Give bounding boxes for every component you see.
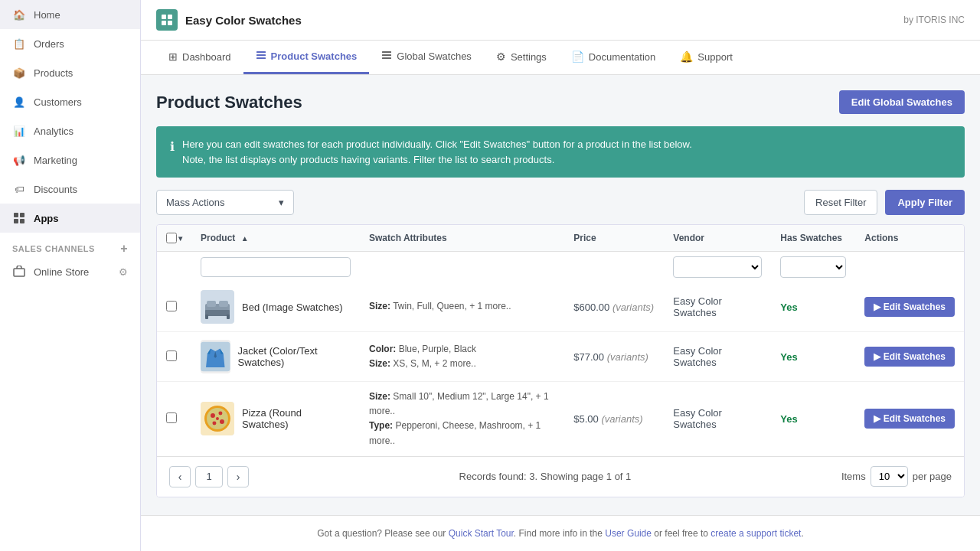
svg-rect-13 (382, 54, 391, 56)
tab-documentation[interactable]: 📄 Documentation (559, 41, 668, 74)
per-page-select[interactable]: 10 25 50 (871, 466, 908, 487)
checkbox-dropdown-icon[interactable]: ▾ (178, 234, 182, 243)
product-sort-icon[interactable]: ▲ (241, 234, 249, 243)
sidebar-item-label: Apps (34, 213, 59, 224)
table-header-actions: Actions (855, 225, 964, 252)
product-name-3: Pizza (Round Swatches) (242, 407, 351, 430)
has-swatches-cell-2: Yes (771, 332, 855, 382)
product-cell-2: Jacket (Color/Text Swatches) (191, 332, 360, 382)
info-text-line2: Note, the list displays only products ha… (182, 152, 692, 168)
user-guide-link[interactable]: User Guide (605, 528, 652, 539)
sidebar-item-orders[interactable]: 📋 Orders (0, 29, 140, 58)
select-all-checkbox[interactable] (166, 233, 177, 243)
sidebar-item-customers[interactable]: 👤 Customers (0, 87, 140, 116)
product-name-2: Jacket (Color/Text Swatches) (238, 345, 351, 368)
svg-rect-20 (205, 315, 208, 319)
sidebar-item-label: Products (34, 67, 73, 79)
svg-rect-14 (382, 57, 391, 59)
mass-actions-dropdown[interactable]: Mass Actions ▾ (156, 190, 294, 215)
sidebar-item-apps[interactable]: Apps (0, 204, 140, 233)
svg-rect-2 (14, 219, 18, 223)
table-header-swatch-attributes: Swatch Attributes (360, 225, 564, 252)
row-checkbox-2[interactable] (166, 350, 177, 361)
sidebar-item-discounts[interactable]: 🏷 Discounts (0, 174, 140, 204)
tab-dashboard-label: Dashboard (182, 51, 231, 63)
product-image-1 (201, 290, 234, 324)
tab-dashboard[interactable]: ⊞ Dashboard (156, 41, 243, 74)
vendor-cell-1: Easy Color Swatches (664, 282, 771, 332)
swatch-attrs-cell-3: Size: Small 10", Medium 12", Large 14", … (360, 382, 564, 456)
row-checkbox-3[interactable] (166, 412, 177, 423)
svg-rect-0 (14, 213, 18, 217)
product-image-3 (201, 402, 234, 435)
product-swatches-tab-icon (256, 50, 266, 63)
sidebar-item-label: Home (34, 9, 60, 21)
discounts-icon: 🏷 (12, 182, 26, 196)
add-sales-channel-icon[interactable]: + (120, 242, 128, 256)
apply-filter-button[interactable]: Apply Filter (885, 190, 965, 215)
online-store-label: Online Store (34, 266, 89, 278)
sidebar-item-label: Analytics (34, 126, 74, 137)
sidebar-item-analytics[interactable]: 📊 Analytics (0, 116, 140, 145)
products-table: ▾ Product ▲ Swatch Attributes Price (156, 224, 965, 497)
reset-filter-button[interactable]: Reset Filter (804, 190, 877, 215)
next-page-button[interactable]: › (227, 466, 249, 487)
table-header-checkbox: ▾ (157, 225, 191, 252)
quick-start-tour-link[interactable]: Quick Start Tour (449, 528, 514, 539)
info-banner: ℹ Here you can edit swatches for each pr… (156, 126, 965, 178)
sidebar-item-home[interactable]: 🏠 Home (0, 0, 140, 29)
tab-documentation-label: Documentation (589, 51, 655, 63)
tab-global-swatches-label: Global Swatches (397, 51, 472, 62)
svg-rect-11 (256, 57, 266, 59)
support-ticket-link[interactable]: create a support ticket (710, 528, 801, 539)
footer-text-mid: . Find more info in the (514, 528, 605, 539)
svg-rect-17 (205, 310, 230, 316)
table-row: Jacket (Color/Text Swatches) Color: Blue… (157, 332, 964, 382)
prev-page-button[interactable]: ‹ (169, 466, 191, 487)
page-footer: Got a question? Please see our Quick Sta… (141, 515, 980, 551)
page-content: Product Swatches Edit Global Swatches ℹ … (141, 75, 980, 515)
sidebar-item-marketing[interactable]: 📢 Marketing (0, 145, 140, 174)
sidebar-item-online-store[interactable]: Online Store ⚙ (0, 259, 140, 285)
nav-tabs: ⊞ Dashboard Product Swatches Global Swat… (141, 41, 980, 75)
items-per-page: Items 10 25 50 per page (841, 466, 952, 487)
edit-global-swatches-button[interactable]: Edit Global Swatches (839, 90, 965, 114)
footer-text-mid2: or feel free to (652, 528, 710, 539)
price-cell-1: $600.00 (variants) (564, 282, 664, 332)
tab-product-swatches[interactable]: Product Swatches (243, 41, 370, 74)
online-store-settings-icon[interactable]: ⚙ (119, 266, 128, 278)
svg-point-29 (212, 422, 216, 425)
sales-channels-label: SALES CHANNELS (12, 244, 95, 253)
page-number-input[interactable] (195, 466, 223, 487)
filter-row: Mass Actions ▾ Reset Filter Apply Filter (156, 190, 965, 215)
footer-text-prefix: Got a question? Please see our (317, 528, 448, 539)
row-checkbox-1[interactable] (166, 301, 177, 311)
price-cell-3: $5.00 (variants) (564, 382, 664, 456)
app-header: Easy Color Swatches by ITORIS INC (141, 0, 980, 41)
table-filter-row: Yes No (157, 252, 964, 283)
edit-swatches-button-2[interactable]: ▶ Edit Swatches (864, 347, 955, 367)
swatch-attrs-cell-1: Size: Twin, Full, Queen, + 1 more.. (360, 282, 564, 332)
product-filter-input[interactable] (201, 257, 351, 277)
table-row: Bed (Image Swatches) Size: Twin, Full, Q… (157, 282, 964, 332)
tab-support-label: Support (697, 51, 733, 63)
sales-channels-section: SALES CHANNELS + (0, 233, 140, 259)
app-by-label: by ITORIS INC (903, 15, 965, 25)
app-logo (156, 9, 178, 31)
edit-swatches-button-1[interactable]: ▶ Edit Swatches (864, 297, 955, 317)
vendor-filter-select[interactable] (673, 256, 762, 278)
tab-support[interactable]: 🔔 Support (668, 41, 745, 74)
svg-point-27 (218, 412, 222, 416)
actions-cell-2: ▶ Edit Swatches (855, 332, 964, 382)
actions-cell-3: ▶ Edit Swatches (855, 382, 964, 456)
tab-global-swatches[interactable]: Global Swatches (369, 41, 484, 74)
edit-swatches-button-3[interactable]: ▶ Edit Swatches (864, 409, 955, 429)
svg-rect-19 (219, 301, 228, 307)
swatch-attrs-cell-2: Color: Blue, Purple, BlackSize: XS, S, M… (360, 332, 564, 382)
has-swatches-filter-select[interactable]: Yes No (780, 256, 846, 278)
sidebar-item-products[interactable]: 📦 Products (0, 58, 140, 87)
products-icon: 📦 (12, 66, 26, 80)
svg-point-28 (220, 419, 224, 424)
tab-settings[interactable]: ⚙ Settings (484, 41, 559, 74)
table-header-vendor: Vendor (664, 225, 771, 252)
